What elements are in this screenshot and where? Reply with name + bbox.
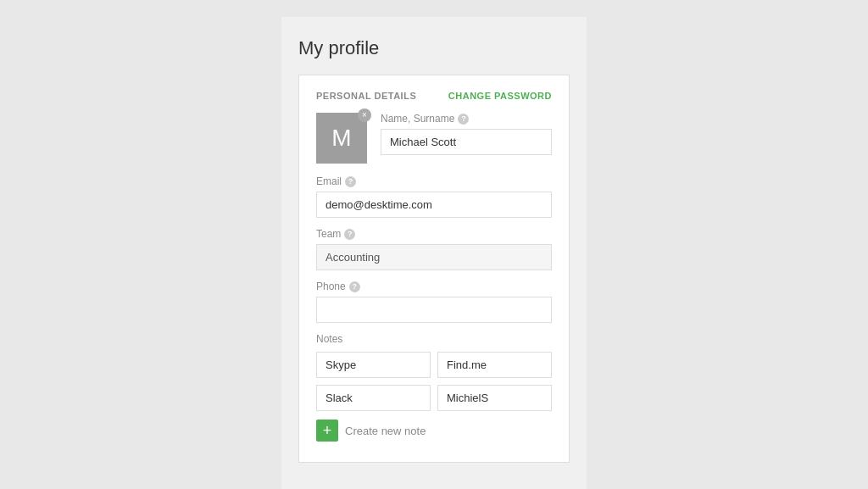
notes-section: Notes + Create new note [316, 333, 552, 442]
card-header: PERSONAL DETAILS CHANGE PASSWORD [316, 91, 552, 101]
note-input-michiels[interactable] [437, 385, 552, 411]
email-help-icon[interactable]: ? [345, 176, 356, 187]
phone-input[interactable] [316, 297, 552, 323]
team-label: Team ? [316, 228, 552, 240]
name-help-icon[interactable]: ? [458, 114, 469, 125]
note-input-skype[interactable] [316, 352, 431, 378]
avatar-close-button[interactable]: × [358, 108, 371, 122]
phone-label-text: Phone [316, 281, 346, 292]
page-wrapper: My profile PERSONAL DETAILS CHANGE PASSW… [17, 17, 851, 489]
note-input-slack[interactable] [316, 385, 431, 411]
profile-container: My profile PERSONAL DETAILS CHANGE PASSW… [281, 17, 587, 489]
phone-label: Phone ? [316, 281, 552, 292]
page-title: My profile [298, 37, 570, 59]
avatar-letter: M [331, 125, 351, 152]
phone-group: Phone ? [316, 281, 552, 323]
team-group: Team ? [316, 228, 552, 270]
email-group: Email ? [316, 175, 552, 218]
team-input[interactable] [316, 244, 552, 270]
create-note-label: Create new note [345, 425, 426, 437]
avatar-wrapper: M × [316, 113, 367, 164]
phone-help-icon[interactable]: ? [349, 281, 360, 292]
notes-label: Notes [316, 333, 552, 345]
email-label-text: Email [316, 175, 342, 187]
team-help-icon[interactable]: ? [344, 229, 355, 240]
email-input[interactable] [316, 192, 552, 218]
name-input[interactable] [381, 129, 552, 155]
notes-grid [316, 352, 552, 411]
avatar-row: M × Name, Surname ? [316, 113, 552, 164]
email-label: Email ? [316, 175, 552, 187]
change-password-link[interactable]: CHANGE PASSWORD [448, 91, 552, 101]
plus-icon: + [316, 420, 338, 442]
name-label-text: Name, Surname [381, 113, 454, 125]
personal-details-label: PERSONAL DETAILS [316, 91, 416, 101]
team-label-text: Team [316, 228, 341, 240]
name-field-group: Name, Surname ? [381, 113, 552, 155]
plus-symbol: + [323, 422, 332, 440]
profile-card: PERSONAL DETAILS CHANGE PASSWORD M × Nam… [298, 75, 570, 463]
name-label: Name, Surname ? [381, 113, 552, 125]
note-input-findme[interactable] [437, 352, 552, 378]
close-icon: × [362, 111, 367, 119]
create-note-button[interactable]: + Create new note [316, 420, 426, 442]
